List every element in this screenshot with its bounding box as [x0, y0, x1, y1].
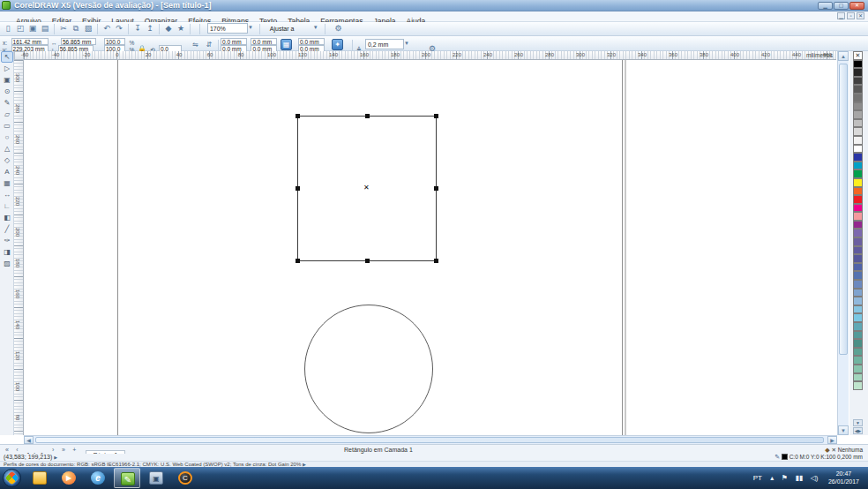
interactive-fill-tool[interactable]: ▨ — [1, 258, 13, 269]
table-tool[interactable]: ▦ — [1, 177, 13, 189]
zoom-level-select[interactable]: 170% — [207, 23, 248, 34]
palette-swatch[interactable] — [853, 102, 863, 111]
palette-swatch[interactable] — [853, 195, 863, 204]
action-center-flag-icon[interactable]: ⚑ — [782, 467, 788, 489]
vertical-ruler[interactable]: 30028026024022020018016014012010080 — [14, 60, 24, 435]
coords-flyout-icon[interactable]: ▶ — [54, 455, 57, 460]
welcome-screen-icon[interactable]: ★ — [175, 22, 187, 34]
basic-shapes-tool[interactable]: ◇ — [1, 154, 13, 166]
selection-handle-top-middle[interactable] — [365, 114, 370, 118]
palette-swatch[interactable] — [853, 280, 863, 289]
maximize-button[interactable]: ▢ — [834, 2, 849, 10]
ellipse-object[interactable] — [304, 305, 433, 433]
mirror-horizontal-icon[interactable]: ⇋ — [191, 39, 200, 51]
eyedropper-tool[interactable]: ╱ — [1, 223, 13, 235]
palette-swatch[interactable] — [853, 254, 863, 263]
close-button[interactable]: ✕ — [849, 2, 864, 10]
polygon-tool[interactable]: △ — [1, 143, 13, 154]
palette-expand-icon[interactable]: ◀▶ — [853, 427, 863, 434]
horizontal-scrollbar[interactable]: ◀ ▶ — [24, 435, 837, 444]
export-icon[interactable]: ↥ — [144, 22, 156, 34]
palette-swatch[interactable] — [853, 162, 863, 170]
crop-tool[interactable]: ▣ — [1, 74, 13, 86]
freehand-tool[interactable]: ✎ — [1, 97, 13, 109]
drawing-canvas[interactable]: ✕ — [24, 60, 837, 435]
scroll-right-icon[interactable]: ▶ — [827, 436, 837, 444]
taskbar-corel-connect[interactable]: C — [172, 468, 198, 488]
palette-swatch[interactable] — [853, 229, 863, 237]
palette-swatch[interactable] — [853, 221, 863, 229]
palette-swatch[interactable] — [853, 237, 863, 246]
language-indicator[interactable]: PT — [753, 467, 762, 489]
ellipse-tool[interactable]: ○ — [1, 132, 13, 143]
connector-tool[interactable]: ∟ — [1, 200, 13, 212]
dimension-tool[interactable]: ↔ — [1, 189, 13, 200]
taskbar-windows-explorer[interactable] — [26, 468, 53, 488]
vertical-scrollbar[interactable]: ▲ ▼ — [837, 51, 849, 435]
palette-scroll-down-icon[interactable]: ▼ — [853, 419, 863, 426]
application-launcher-icon[interactable]: ◆ — [162, 22, 175, 34]
blend-tool[interactable]: ◧ — [1, 212, 13, 223]
text-tool[interactable]: A — [1, 166, 13, 177]
palette-swatch[interactable] — [853, 187, 863, 196]
save-icon[interactable]: ▣ — [26, 22, 39, 34]
chevron-down-icon[interactable]: ▼ — [404, 39, 409, 49]
selection-center-marker[interactable]: ✕ — [363, 184, 370, 192]
palette-swatch[interactable] — [853, 381, 863, 390]
selection-handle-bottom-right[interactable] — [434, 259, 438, 263]
print-icon[interactable]: ▤ — [39, 22, 51, 34]
options-icon[interactable]: ⚙ — [333, 22, 345, 34]
palette-swatch[interactable] — [853, 271, 863, 280]
taskbar-coreldraw[interactable]: ✎ — [114, 468, 140, 488]
palette-swatch[interactable] — [853, 313, 863, 322]
palette-swatch[interactable] — [853, 339, 863, 348]
palette-swatch[interactable] — [853, 289, 863, 297]
taskbar-internet-explorer[interactable]: e — [85, 468, 111, 488]
selection-handle-top-left[interactable] — [296, 114, 300, 118]
chevron-down-icon[interactable]: ▼ — [313, 22, 318, 34]
network-icon[interactable]: ▮▮ — [795, 467, 803, 489]
palette-swatch[interactable] — [853, 331, 863, 340]
document-close-button[interactable]: ✕ — [857, 12, 864, 19]
palette-swatch[interactable] — [853, 60, 863, 69]
palette-swatch[interactable] — [853, 263, 863, 272]
minimize-button[interactable]: ▁ — [818, 2, 833, 10]
snap-to-select[interactable]: Ajustar a — [267, 23, 313, 34]
rectangle-tool[interactable]: ▭ — [1, 120, 13, 132]
palette-swatch[interactable] — [853, 365, 863, 373]
paste-icon[interactable]: ▧ — [82, 22, 94, 34]
wrap-paragraph-text-button[interactable]: ▦ — [281, 39, 292, 50]
palette-swatch[interactable] — [853, 212, 863, 221]
palette-swatch[interactable] — [853, 297, 863, 305]
mirror-vertical-icon[interactable]: ⇵ — [204, 39, 213, 51]
palette-swatch[interactable] — [853, 85, 863, 94]
selection-handle-top-right[interactable] — [434, 114, 438, 118]
selection-handle-bottom-left[interactable] — [296, 259, 300, 263]
open-icon[interactable]: ◰ — [14, 22, 26, 34]
convert-to-curves-button[interactable]: ✦ — [332, 39, 343, 50]
outline-pen-tool[interactable]: ✑ — [1, 235, 13, 246]
palette-swatch[interactable] — [853, 136, 863, 145]
palette-swatch[interactable] — [853, 77, 863, 86]
palette-swatch[interactable] — [853, 348, 863, 357]
palette-swatch[interactable] — [853, 94, 863, 102]
palette-swatch[interactable] — [853, 178, 863, 187]
palette-swatch[interactable] — [853, 246, 863, 255]
undo-icon[interactable]: ↶ — [101, 22, 113, 34]
palette-swatch[interactable] — [853, 169, 863, 178]
copy-icon[interactable]: ⧉ — [70, 22, 82, 34]
scroll-down-icon[interactable]: ▼ — [838, 425, 849, 435]
palette-swatch[interactable] — [853, 356, 863, 365]
selection-handle-middle-right[interactable] — [434, 186, 438, 191]
horizontal-scroll-thumb[interactable] — [35, 437, 824, 443]
palette-swatch[interactable] — [853, 127, 863, 136]
fill-tool[interactable]: ◨ — [1, 246, 13, 258]
palette-swatch[interactable] — [853, 204, 863, 213]
palette-swatch[interactable] — [853, 68, 863, 77]
document-restore-button[interactable]: ▫ — [847, 12, 855, 19]
smart-fill-tool[interactable]: ▱ — [1, 109, 13, 120]
palette-swatch[interactable] — [853, 322, 863, 331]
vertical-scroll-thumb[interactable] — [839, 64, 848, 355]
volume-icon[interactable]: ◁) — [811, 467, 819, 489]
palette-swatch[interactable] — [853, 153, 863, 162]
